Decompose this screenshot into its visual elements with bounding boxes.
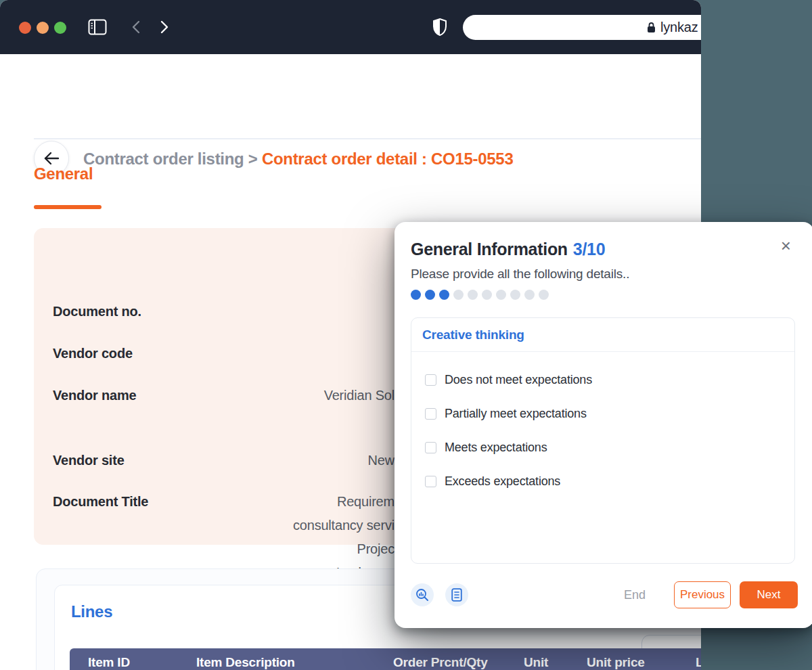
question-card: Creative thinking Does not meet expectat… xyxy=(411,317,795,564)
notes-button[interactable] xyxy=(445,583,468,606)
address-text: lynkaz xyxy=(660,20,698,35)
shield-icon[interactable] xyxy=(432,0,447,54)
survey-modal: General Information3/10 × Please provide… xyxy=(394,222,812,628)
table-column-header: L xyxy=(696,655,701,670)
address-bar[interactable]: lynkaz xyxy=(463,15,701,40)
back-icon[interactable] xyxy=(131,0,141,54)
checkbox[interactable] xyxy=(425,476,436,487)
checkbox[interactable] xyxy=(425,408,436,420)
progress-dot xyxy=(468,290,478,300)
option-row[interactable]: Partially meet expectations xyxy=(425,397,794,430)
modal-footer: End Previous Next xyxy=(411,579,798,610)
field-value-vendor-site: New xyxy=(34,453,394,468)
table-column-header: Unit xyxy=(524,655,548,670)
zoom-chart-button[interactable] xyxy=(411,583,434,606)
document-icon xyxy=(451,588,462,602)
progress-dots xyxy=(411,290,549,300)
forward-icon[interactable] xyxy=(159,0,170,54)
breadcrumb-separator-icon: > xyxy=(248,150,258,168)
tab-general-underline xyxy=(34,205,102,209)
field-label-document-no: Document no. xyxy=(53,304,141,319)
table-column-header: Order Prcnt/Qty xyxy=(393,655,488,670)
modal-progress-count: 3/10 xyxy=(573,240,605,259)
browser-toolbar: lynkaz xyxy=(0,0,701,54)
breadcrumb-parent[interactable]: Contract order listing xyxy=(83,150,244,168)
field-value-document-title-line: consultancy servi xyxy=(34,518,394,533)
table-column-header: Item ID xyxy=(88,655,130,670)
traffic-light-close-icon[interactable] xyxy=(19,22,31,34)
modal-title: General Information3/10 xyxy=(411,240,605,259)
progress-dot xyxy=(425,290,435,300)
option-row[interactable]: Meets expectations xyxy=(425,430,794,464)
field-value-document-title-line: Requirem xyxy=(34,494,394,510)
breadcrumb: Contract order listing > Contract order … xyxy=(83,150,513,169)
field-value-vendor-name: Veridian Sol xyxy=(34,388,394,403)
partially-hidden-button[interactable] xyxy=(641,635,701,650)
progress-dot xyxy=(439,290,449,300)
option-label: Meets expectations xyxy=(445,441,547,455)
progress-dot xyxy=(496,290,506,300)
back-arrow-icon xyxy=(43,152,60,165)
breadcrumb-current: Contract order detail : CO15-0553 xyxy=(262,150,514,168)
next-button[interactable]: Next xyxy=(740,581,798,608)
progress-dot xyxy=(453,290,464,300)
option-row[interactable]: Does not meet expectations xyxy=(425,363,794,397)
lines-title: Lines xyxy=(71,602,112,621)
field-label-vendor-code: Vendor code xyxy=(53,346,133,361)
checkbox[interactable] xyxy=(425,442,436,453)
end-button[interactable]: End xyxy=(624,588,646,602)
close-icon[interactable]: × xyxy=(781,237,791,254)
lines-table-header: Item IDItem DescriptionOrder Prcnt/QtyUn… xyxy=(70,648,701,670)
progress-dot xyxy=(524,290,535,300)
traffic-light-zoom-icon[interactable] xyxy=(54,22,66,34)
question-title: Creative thinking xyxy=(411,318,794,352)
address-content: lynkaz xyxy=(647,15,698,40)
zoom-chart-icon xyxy=(415,588,429,602)
modal-subtitle: Please provide all the following details… xyxy=(411,267,629,282)
header-divider xyxy=(34,138,701,139)
previous-button[interactable]: Previous xyxy=(674,581,731,608)
tab-general[interactable]: General xyxy=(34,164,93,183)
option-row[interactable]: Exceeds expectations xyxy=(425,464,794,498)
traffic-light-minimize-icon[interactable] xyxy=(37,22,49,34)
option-label: Exceeds expectations xyxy=(445,474,560,489)
progress-dot xyxy=(482,290,492,300)
option-label: Partially meet expectations xyxy=(445,407,587,421)
options-list: Does not meet expectationsPartially meet… xyxy=(411,352,794,498)
progress-dot xyxy=(510,290,520,300)
table-column-header: Unit price xyxy=(587,655,645,670)
lock-icon xyxy=(647,22,656,33)
table-column-header: Item Description xyxy=(196,655,295,670)
progress-dot xyxy=(539,290,549,300)
screen: lynkaz Contract order listing > Contract… xyxy=(0,0,812,670)
modal-title-text: General Information xyxy=(411,240,568,259)
checkbox[interactable] xyxy=(425,374,436,386)
sidebar-toggle-icon[interactable] xyxy=(88,0,107,54)
option-label: Does not meet expectations xyxy=(445,373,592,387)
progress-dot xyxy=(411,290,421,300)
field-value-document-title-line: Projec xyxy=(34,541,394,557)
